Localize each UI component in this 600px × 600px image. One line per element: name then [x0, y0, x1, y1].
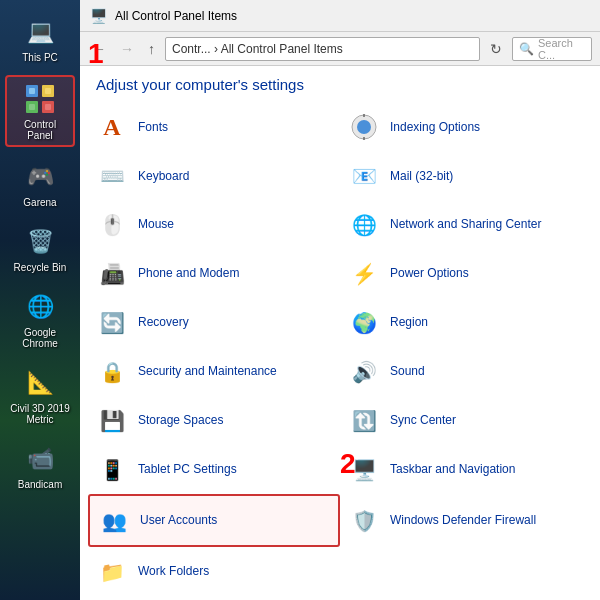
recovery-icon: 🔄	[96, 307, 128, 339]
forward-button[interactable]: →	[116, 39, 138, 59]
address-text: Contr... › All Control Panel Items	[172, 42, 343, 56]
item-sync-center[interactable]: 🔃 Sync Center	[340, 396, 592, 445]
item-power-options[interactable]: ⚡ Power Options	[340, 250, 592, 299]
sidebar-icon-control-panel[interactable]: Control Panel	[5, 75, 75, 147]
item-mail[interactable]: 📧 Mail (32-bit)	[340, 152, 592, 201]
item-keyboard[interactable]: ⌨️ Keyboard	[88, 152, 340, 201]
keyboard-label: Keyboard	[138, 169, 189, 185]
sidebar-icon-civil3d[interactable]: 📐 Civil 3D 2019 Metric	[5, 361, 75, 429]
mouse-label: Mouse	[138, 217, 174, 233]
tablet-label: Tablet PC Settings	[138, 462, 237, 478]
search-box[interactable]: 🔍 Search C...	[512, 37, 592, 61]
content-area: Adjust your computer's settings A Fonts	[80, 66, 600, 600]
title-bar: 🖥️ All Control Panel Items	[80, 0, 600, 32]
power-label: Power Options	[390, 266, 469, 282]
security-label: Security and Maintenance	[138, 364, 277, 380]
garena-label: Garena	[23, 197, 56, 208]
bandicam-label: Bandicam	[18, 479, 62, 490]
item-network-sharing[interactable]: 🌐 Network and Sharing Center	[340, 201, 592, 250]
up-button[interactable]: ↑	[144, 39, 159, 59]
items-grid: A Fonts Indexing Options	[80, 99, 600, 600]
control-panel-window: 🖥️ All Control Panel Items ← → ↑ Contr..…	[80, 0, 600, 600]
civil3d-label: Civil 3D 2019 Metric	[9, 403, 71, 425]
search-placeholder: Search C...	[538, 37, 585, 61]
sound-label: Sound	[390, 364, 425, 380]
this-pc-icon: 💻	[22, 14, 58, 50]
item-user-accounts[interactable]: 👥 User Accounts	[88, 494, 340, 547]
svg-rect-7	[45, 104, 51, 110]
sidebar-icon-bandicam[interactable]: 📹 Bandicam	[5, 437, 75, 494]
window-icon: 🖥️	[90, 8, 107, 24]
fonts-icon: A	[96, 111, 128, 143]
sidebar-icon-chrome[interactable]: 🌐 Google Chrome	[5, 285, 75, 353]
content-heading: Adjust your computer's settings	[80, 66, 600, 99]
keyboard-icon: ⌨️	[96, 160, 128, 192]
fonts-label: Fonts	[138, 120, 168, 136]
work-folders-icon: 📁	[96, 556, 128, 588]
address-bar: ← → ↑ Contr... › All Control Panel Items…	[80, 32, 600, 66]
sidebar-icon-this-pc[interactable]: 💻 This PC	[5, 10, 75, 67]
recycle-bin-label: Recycle Bin	[14, 262, 67, 273]
item-storage-spaces[interactable]: 💾 Storage Spaces	[88, 396, 340, 445]
item-work-folders[interactable]: 📁 Work Folders	[88, 547, 340, 596]
control-panel-icon	[22, 81, 58, 117]
network-icon: 🌐	[348, 209, 380, 241]
sidebar-icon-recycle-bin[interactable]: 🗑️ Recycle Bin	[5, 220, 75, 277]
defender-label: Windows Defender Firewall	[390, 513, 536, 529]
search-icon: 🔍	[519, 42, 534, 56]
item-tablet-pc[interactable]: 📱 Tablet PC Settings	[88, 445, 340, 494]
user-accounts-label: User Accounts	[140, 513, 217, 529]
sync-label: Sync Center	[390, 413, 456, 429]
this-pc-label: This PC	[22, 52, 58, 63]
storage-icon: 💾	[96, 405, 128, 437]
civil3d-icon: 📐	[22, 365, 58, 401]
item-recovery[interactable]: 🔄 Recovery	[88, 299, 340, 348]
svg-rect-5	[45, 88, 51, 94]
mail-label: Mail (32-bit)	[390, 169, 453, 185]
item-taskbar[interactable]: 🖥️ Taskbar and Navigation	[340, 445, 592, 494]
taskbar-icon: 🖥️	[348, 454, 380, 486]
chrome-icon: 🌐	[22, 289, 58, 325]
svg-point-9	[357, 120, 371, 134]
desktop-sidebar: 💻 This PC Control Panel 🎮 Garena 🗑️ Recy…	[0, 0, 80, 600]
phone-modem-icon: 📠	[96, 258, 128, 290]
garena-icon: 🎮	[22, 159, 58, 195]
bandicam-icon: 📹	[22, 441, 58, 477]
back-button[interactable]: ←	[88, 39, 110, 59]
user-accounts-icon: 👥	[98, 505, 130, 537]
region-label: Region	[390, 315, 428, 331]
region-icon: 🌍	[348, 307, 380, 339]
item-sound[interactable]: 🔊 Sound	[340, 347, 592, 396]
control-panel-label: Control Panel	[11, 119, 69, 141]
sidebar-icon-garena[interactable]: 🎮 Garena	[5, 155, 75, 212]
taskbar-label: Taskbar and Navigation	[390, 462, 515, 478]
work-folders-label: Work Folders	[138, 564, 209, 580]
defender-icon: 🛡️	[348, 505, 380, 537]
power-icon: ⚡	[348, 258, 380, 290]
item-indexing-options[interactable]: Indexing Options	[340, 103, 592, 152]
refresh-button[interactable]: ↻	[486, 39, 506, 59]
empty-cell	[340, 547, 592, 596]
recovery-label: Recovery	[138, 315, 189, 331]
item-fonts[interactable]: A Fonts	[88, 103, 340, 152]
phone-modem-label: Phone and Modem	[138, 266, 239, 282]
item-mouse[interactable]: 🖱️ Mouse	[88, 201, 340, 250]
svg-rect-4	[29, 88, 35, 94]
sound-icon: 🔊	[348, 356, 380, 388]
address-path[interactable]: Contr... › All Control Panel Items	[165, 37, 480, 61]
tablet-icon: 📱	[96, 454, 128, 486]
indexing-label: Indexing Options	[390, 120, 480, 136]
item-phone-modem[interactable]: 📠 Phone and Modem	[88, 250, 340, 299]
mail-icon: 📧	[348, 160, 380, 192]
item-region[interactable]: 🌍 Region	[340, 299, 592, 348]
item-windows-defender[interactable]: 🛡️ Windows Defender Firewall	[340, 494, 592, 547]
chrome-label: Google Chrome	[9, 327, 71, 349]
mouse-icon: 🖱️	[96, 209, 128, 241]
recycle-bin-icon: 🗑️	[22, 224, 58, 260]
network-label: Network and Sharing Center	[390, 217, 541, 233]
storage-label: Storage Spaces	[138, 413, 223, 429]
window-title: All Control Panel Items	[115, 9, 237, 23]
security-icon: 🔒	[96, 356, 128, 388]
indexing-icon	[348, 111, 380, 143]
item-security-maintenance[interactable]: 🔒 Security and Maintenance	[88, 347, 340, 396]
